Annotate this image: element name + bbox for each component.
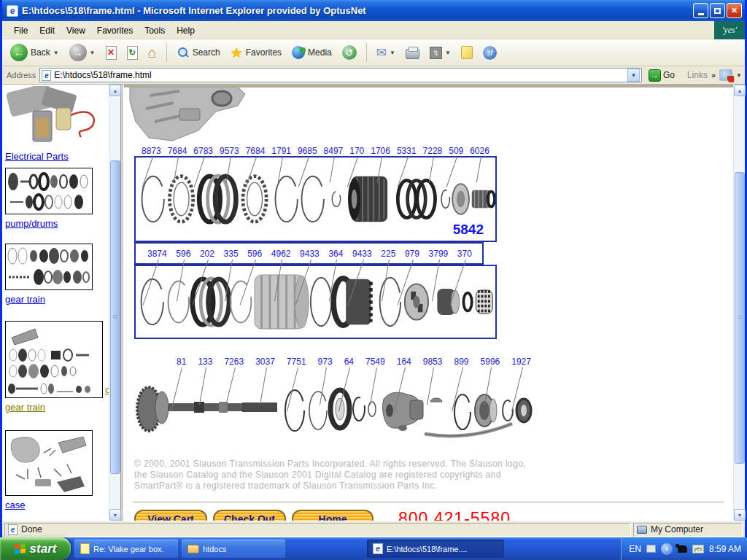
part-number[interactable]: 9433 — [352, 249, 372, 259]
case-thumbnail[interactable] — [5, 430, 93, 496]
refresh-button[interactable]: ↻ — [123, 44, 142, 61]
part-number[interactable]: 170 — [349, 146, 364, 156]
start-button[interactable]: start — [0, 537, 71, 560]
part-number[interactable]: 7263 — [224, 357, 244, 367]
part-number[interactable]: 9573 — [220, 146, 239, 156]
scroll-down-icon[interactable]: ▼ — [109, 509, 121, 521]
go-button[interactable]: → Go — [646, 69, 678, 82]
part-number[interactable]: 81 — [177, 357, 186, 367]
mail-dropdown-icon[interactable]: ▼ — [390, 50, 395, 56]
part-number[interactable]: 6026 — [470, 146, 489, 156]
links-label[interactable]: Links — [687, 70, 708, 80]
part-number[interactable]: 5996 — [481, 357, 500, 367]
check-out-button[interactable]: Check Out — [213, 510, 286, 521]
taskbar-task-email[interactable]: Re: Vlake gear box. — [74, 540, 178, 558]
part-number[interactable]: 370 — [457, 249, 472, 259]
part-number[interactable]: 509 — [449, 146, 463, 156]
view-cart-button[interactable]: View Cart — [134, 510, 207, 521]
sidebar-link-gear-train[interactable]: gear train — [5, 294, 45, 305]
part-number[interactable]: 973 — [318, 357, 333, 367]
address-input[interactable] — [54, 70, 624, 80]
sidebar-link-pump-drums[interactable]: pump/drums — [5, 218, 58, 229]
taskbar-task-htdocs[interactable]: htdocs — [182, 540, 285, 558]
sidebar-scrollbar-thumb[interactable] — [110, 160, 120, 474]
media-button[interactable]: Media — [288, 44, 336, 61]
gear-train-thumbnail[interactable] — [5, 244, 93, 290]
part-number[interactable]: 5331 — [397, 146, 417, 156]
part-number[interactable]: 64 — [344, 357, 354, 367]
menu-item[interactable]: Help — [171, 23, 201, 38]
maximize-button[interactable] — [710, 3, 725, 18]
sidebar-link-case[interactable]: case — [5, 499, 25, 510]
yes-tray-icon[interactable]: yes — [692, 545, 704, 553]
od-gear-train-thumbnail[interactable] — [5, 321, 103, 398]
part-number[interactable]: 596 — [176, 249, 190, 259]
home-button[interactable]: ⌂ — [144, 43, 160, 63]
part-number[interactable]: 1706 — [371, 146, 390, 156]
address-dropdown-icon[interactable]: ▼ — [627, 69, 640, 82]
hide-tray-icons-button[interactable]: ‹ — [661, 543, 673, 555]
language-indicator[interactable]: EN — [629, 544, 641, 554]
part-number[interactable]: 1791 — [271, 146, 291, 156]
electrical-parts-thumbnail[interactable] — [5, 86, 109, 149]
minimize-button[interactable] — [693, 3, 708, 18]
links-chevron-icon[interactable]: » — [711, 71, 716, 79]
part-number[interactable]: 899 — [454, 357, 468, 367]
taskbar-task-ie-active[interactable]: e E:\htdocs\518\frame.... — [367, 540, 504, 558]
search-button[interactable]: Search — [173, 44, 224, 61]
part-number[interactable]: 1927 — [511, 357, 531, 367]
menu-item[interactable]: Edit — [34, 23, 61, 38]
scroll-up-icon[interactable]: ▲ — [734, 85, 746, 96]
part-number[interactable]: 133 — [198, 357, 212, 367]
pdf-convert-icon[interactable] — [719, 69, 732, 81]
menu-item[interactable]: View — [61, 23, 91, 38]
part-number[interactable]: 335 — [224, 249, 239, 259]
main-scrollbar[interactable]: ▲ ▼ — [733, 85, 745, 521]
favorites-button[interactable]: ★ Favorites — [227, 43, 285, 63]
mail-button[interactable]: ✉▼ — [373, 44, 399, 62]
home-page-button[interactable]: Home — [292, 510, 374, 521]
back-button[interactable]: ← Back ▼ — [7, 42, 63, 63]
sidebar-link-electrical-parts[interactable]: Electrical Parts — [5, 151, 69, 162]
scroll-down-icon[interactable]: ▼ — [734, 509, 746, 521]
part-number[interactable]: 9853 — [423, 357, 443, 367]
pdf-dropdown-icon[interactable]: ▼ — [736, 72, 742, 79]
language-bar-icon[interactable] — [646, 545, 656, 553]
menu-item[interactable]: File — [8, 23, 34, 38]
plugin-button[interactable]: sf — [479, 44, 500, 61]
main-scrollbar-thumb[interactable] — [735, 172, 745, 464]
menu-item[interactable]: Favorites — [91, 23, 139, 38]
part-number[interactable]: 3037 — [255, 357, 275, 367]
part-number[interactable]: 7684 — [168, 146, 187, 156]
part-number[interactable]: 3874 — [147, 249, 167, 259]
sidebar-link-gear-train-od[interactable]: gear train — [5, 402, 45, 413]
pump-drums-thumbnail[interactable] — [5, 168, 93, 214]
part-number[interactable]: 3799 — [429, 249, 449, 259]
part-number[interactable]: 9685 — [298, 146, 317, 156]
part-number[interactable]: 8873 — [142, 146, 161, 156]
close-button[interactable]: ✕ — [727, 3, 742, 18]
part-number[interactable]: 596 — [247, 249, 262, 259]
part-number[interactable]: 979 — [405, 249, 419, 259]
part-number[interactable]: 7549 — [365, 357, 385, 367]
part-number[interactable]: 7684 — [246, 146, 266, 156]
stop-button[interactable]: ✕ — [102, 44, 120, 61]
part-number[interactable]: 4962 — [271, 249, 291, 259]
print-button[interactable] — [402, 44, 423, 61]
part-number[interactable]: 7228 — [423, 146, 443, 156]
part-number[interactable]: 164 — [397, 357, 411, 367]
scroll-up-icon[interactable]: ▲ — [109, 85, 121, 96]
part-number[interactable]: 8497 — [324, 146, 344, 156]
edit-dropdown-icon[interactable]: ▼ — [445, 50, 451, 56]
messenger-button[interactable] — [457, 44, 476, 61]
dog-tray-icon[interactable] — [678, 545, 687, 553]
forward-button[interactable]: → ▼ — [66, 42, 99, 63]
history-button[interactable]: ↺ — [338, 44, 360, 61]
edit-button[interactable]: ↯▼ — [426, 45, 454, 61]
menu-item[interactable]: Tools — [139, 23, 171, 38]
clock[interactable]: 8:59 AM — [709, 544, 741, 554]
part-number[interactable]: 364 — [328, 249, 343, 259]
back-dropdown-icon[interactable]: ▼ — [53, 50, 59, 56]
part-number[interactable]: 6783 — [193, 146, 213, 156]
sidebar-scrollbar[interactable]: ▲ ▼ — [109, 85, 120, 521]
